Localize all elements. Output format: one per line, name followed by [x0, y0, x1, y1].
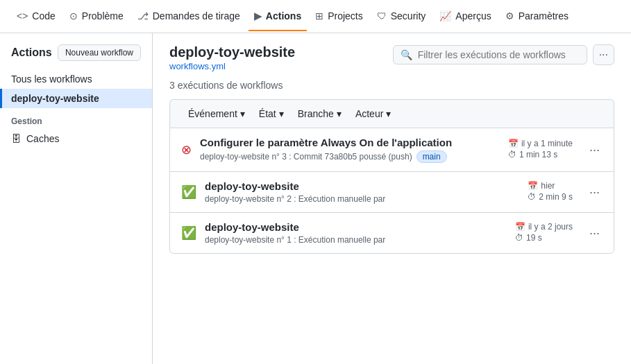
search-input[interactable] — [418, 49, 580, 60]
workflow-actions: ··· — [587, 141, 603, 159]
sidebar-title: Actions — [11, 46, 52, 59]
code-icon: <> — [17, 10, 28, 21]
time-ago-row: 📅 il y a 1 minute — [508, 139, 573, 148]
workflow-actions: ··· — [587, 225, 603, 242]
error-status-icon: ⊗ — [181, 142, 192, 157]
table-row: ✅ deploy-toy-website deploy-toy-website … — [170, 213, 614, 253]
time-ago-row: 📅 hier — [528, 181, 573, 191]
filter-bar: Événement ▾ État ▾ Branche ▾ Acteur ▾ — [169, 99, 614, 128]
filter-actor-button[interactable]: Acteur ▾ — [348, 105, 398, 122]
search-icon: 🔍 — [401, 49, 412, 60]
sidebar-item-deploy-toy-website[interactable]: deploy-toy-website — [0, 89, 152, 108]
clock-icon: ⏱ — [528, 192, 536, 202]
table-icon: ⊞ — [315, 10, 323, 21]
table-row: ⊗ Configurer le paramètre Always On de l… — [170, 128, 614, 172]
shield-icon: 🛡 — [377, 10, 387, 21]
time-ago-row: 📅 il y a 2 jours — [515, 222, 573, 232]
clock-icon: ⏱ — [515, 233, 523, 243]
search-area: 🔍 ··· — [393, 44, 614, 65]
calendar-icon: 📅 — [528, 181, 538, 191]
main-header: deploy-toy-website workflows.yml 🔍 ··· — [169, 44, 614, 71]
circle-dot-icon: ⊙ — [69, 10, 78, 21]
nav-parametres[interactable]: ⚙ Paramètres — [500, 2, 574, 31]
workflow-time: 📅 hier ⏱ 2 min 9 s — [528, 181, 573, 203]
chevron-down-icon: ▾ — [386, 108, 391, 119]
workflow-time: 📅 il y a 1 minute ⏱ 1 min 13 s — [508, 139, 573, 161]
branch-badge[interactable]: main — [417, 150, 447, 163]
layout: Actions Nouveau workflow Tous les workfl… — [0, 33, 631, 364]
nav-probleme[interactable]: ⊙ Problème — [64, 2, 129, 31]
chevron-down-icon: ▾ — [337, 108, 342, 119]
nav-demandes[interactable]: ⎇ Demandes de tirage — [132, 2, 246, 31]
nav-actions[interactable]: ▶ Actions — [249, 2, 307, 31]
search-box: 🔍 — [393, 45, 587, 64]
play-icon: ▶ — [254, 10, 262, 21]
workflow-info: deploy-toy-website deploy-toy-website n°… — [205, 221, 507, 245]
table-row: ✅ deploy-toy-website deploy-toy-website … — [170, 172, 614, 213]
success-status-icon: ✅ — [181, 225, 196, 241]
filter-event-button[interactable]: Événement ▾ — [181, 105, 252, 122]
workflow-more-button[interactable]: ··· — [587, 141, 603, 159]
workflow-meta: deploy-toy-website n° 1 : Exécution manu… — [205, 235, 507, 245]
nav-apercus[interactable]: 📈 Aperçus — [434, 2, 496, 31]
sidebar: Actions Nouveau workflow Tous les workfl… — [0, 33, 153, 364]
top-nav: <> Code ⊙ Problème ⎇ Demandes de tirage … — [0, 0, 631, 33]
workflow-name[interactable]: deploy-toy-website — [205, 221, 507, 233]
chevron-down-icon: ▾ — [240, 108, 245, 119]
workflow-actions: ··· — [587, 184, 603, 201]
nav-code[interactable]: <> Code — [11, 2, 61, 31]
main-content: deploy-toy-website workflows.yml 🔍 ··· 3… — [153, 33, 631, 364]
duration-row: ⏱ 19 s — [515, 233, 573, 243]
filter-branch-button[interactable]: Branche ▾ — [291, 105, 348, 122]
sidebar-header: Actions Nouveau workflow — [0, 44, 152, 69]
duration-row: ⏱ 2 min 9 s — [528, 192, 573, 202]
nav-projects[interactable]: ⊞ Projects — [310, 2, 369, 31]
workflow-name[interactable]: deploy-toy-website — [205, 180, 519, 192]
executions-count: 3 exécutions de workflows — [169, 80, 614, 91]
main-title-area: deploy-toy-website workflows.yml — [169, 44, 295, 71]
chart-icon: 📈 — [439, 10, 451, 21]
filter-state-button[interactable]: État ▾ — [252, 105, 291, 122]
success-status-icon: ✅ — [181, 184, 196, 200]
workflow-info: deploy-toy-website deploy-toy-website n°… — [205, 180, 519, 204]
workflow-more-button[interactable]: ··· — [587, 225, 603, 242]
calendar-icon: 📅 — [515, 222, 525, 232]
workflow-name[interactable]: Configurer le paramètre Always On de l'a… — [200, 137, 500, 148]
sidebar-item-all-workflows[interactable]: Tous les workflows — [0, 69, 152, 89]
workflow-file-link[interactable]: workflows.yml — [169, 61, 226, 71]
sidebar-section-gestion: Gestion — [0, 108, 152, 129]
new-workflow-button[interactable]: Nouveau workflow — [58, 44, 141, 61]
nav-security[interactable]: 🛡 Security — [371, 2, 432, 31]
calendar-icon: 📅 — [508, 139, 519, 148]
gear-icon: ⚙ — [505, 10, 514, 21]
duration-row: ⏱ 1 min 13 s — [508, 150, 573, 159]
clock-icon: ⏱ — [508, 150, 516, 159]
workflow-table: ⊗ Configurer le paramètre Always On de l… — [169, 128, 614, 254]
workflow-info: Configurer le paramètre Always On de l'a… — [200, 137, 500, 163]
sidebar-item-caches[interactable]: 🗄 Caches — [0, 129, 152, 148]
more-options-button[interactable]: ··· — [593, 44, 614, 65]
merge-icon: ⎇ — [137, 10, 149, 21]
chevron-down-icon: ▾ — [279, 108, 284, 119]
workflow-time: 📅 il y a 2 jours ⏱ 19 s — [515, 222, 573, 244]
workflow-more-button[interactable]: ··· — [587, 184, 603, 201]
workflow-meta: deploy-toy-website n° 3 : Commit 73a80b5… — [200, 150, 500, 163]
caches-icon: 🗄 — [11, 133, 21, 144]
workflow-meta: deploy-toy-website n° 2 : Exécution manu… — [205, 194, 519, 204]
page-title: deploy-toy-website — [169, 44, 295, 60]
